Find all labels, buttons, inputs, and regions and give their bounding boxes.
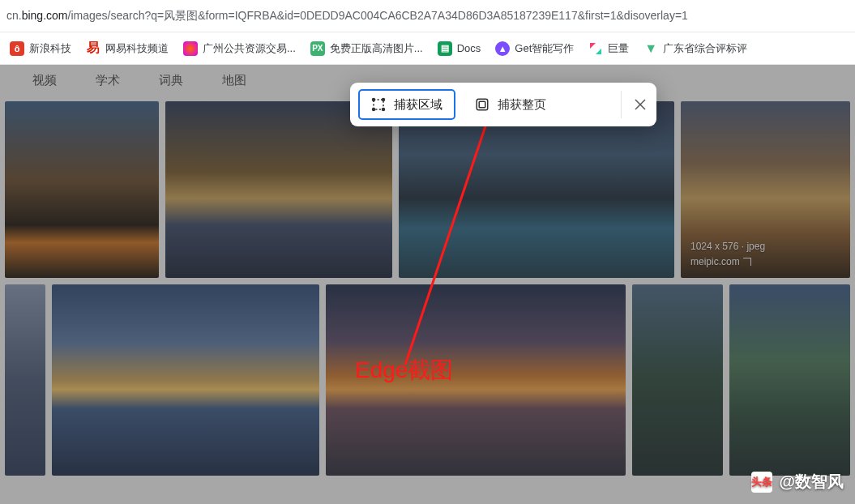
image-result[interactable] (399, 101, 674, 278)
image-gallery: 1024 x 576 · jpeg meipic.com (0, 101, 855, 476)
image-dimensions: 1024 x 576 · jpeg (690, 239, 765, 254)
svg-point-1 (373, 99, 375, 101)
capture-popup: 捕获区域 捕获整页 (350, 83, 656, 126)
netease-icon: 易 (86, 41, 100, 56)
bookmarks-bar: ô新浪科技 易网易科技频道 广州公共资源交易... PX免费正版高清图片... … (0, 32, 855, 65)
bookmark-px[interactable]: PX免费正版高清图片... (306, 38, 428, 59)
tab-dict[interactable]: 词典 (159, 73, 183, 88)
image-result[interactable] (165, 101, 392, 278)
bookmark-get[interactable]: ▲Get智能写作 (490, 38, 579, 59)
capture-full-label: 捕获整页 (498, 97, 546, 113)
external-link-icon (743, 258, 751, 266)
docs-icon: ▤ (438, 41, 452, 56)
capture-area-label: 捕获区域 (394, 97, 442, 113)
fullpage-icon (475, 97, 489, 112)
bookmark-gz[interactable]: 广州公共资源交易... (178, 38, 301, 59)
svg-point-4 (383, 109, 385, 111)
image-result[interactable] (5, 101, 159, 278)
crop-icon (371, 97, 386, 112)
tab-video[interactable]: 视频 (32, 73, 57, 88)
svg-rect-5 (477, 99, 488, 110)
image-metadata: 1024 x 576 · jpeg meipic.com (690, 239, 765, 270)
capture-full-button[interactable]: 捕获整页 (464, 89, 558, 120)
page-body: 视频 学术 词典 地图 1024 x 576 · jpeg meipic.com (0, 65, 855, 504)
bookmark-vue[interactable]: ▼广东省综合评标评 (639, 38, 752, 59)
image-source: meipic.com (690, 254, 765, 270)
sina-icon: ô (10, 41, 24, 56)
image-result[interactable] (729, 284, 850, 476)
vue-icon: ▼ (643, 41, 658, 56)
svg-point-2 (383, 99, 385, 101)
watermark: 头条 @数智风 (751, 471, 844, 493)
svg-point-3 (373, 109, 375, 111)
gallery-row-1: 1024 x 576 · jpeg meipic.com (5, 101, 850, 278)
tab-academic[interactable]: 学术 (96, 73, 120, 88)
image-result[interactable] (52, 284, 319, 476)
ju-icon (588, 41, 603, 56)
tab-map[interactable]: 地图 (222, 73, 246, 88)
gz-icon (183, 41, 198, 56)
image-result[interactable]: 1024 x 576 · jpeg meipic.com (681, 101, 850, 278)
close-button[interactable] (621, 91, 648, 118)
capture-area-button[interactable]: 捕获区域 (358, 89, 455, 120)
svg-rect-0 (374, 100, 383, 109)
address-bar[interactable]: cn.bing.com/images/search?q=风景图&form=IQF… (0, 0, 855, 32)
get-icon: ▲ (495, 41, 510, 56)
bookmark-netease[interactable]: 易网易科技频道 (81, 38, 173, 59)
bookmark-docs[interactable]: ▤Docs (433, 38, 486, 59)
bookmark-sina[interactable]: ô新浪科技 (5, 38, 76, 59)
watermark-handle: @数智风 (779, 471, 844, 493)
px-icon: PX (310, 41, 325, 56)
image-result[interactable] (632, 284, 723, 476)
close-icon (634, 98, 647, 111)
annotation-text: Edge截图 (355, 355, 453, 386)
svg-rect-6 (479, 101, 485, 108)
bookmark-ju[interactable]: 巨量 (584, 38, 634, 59)
image-result[interactable] (5, 284, 45, 476)
watermark-logo: 头条 (751, 472, 772, 493)
url-text: cn.bing.com/images/search?q=风景图&form=IQF… (6, 9, 688, 23)
content-area: 视频 学术 词典 地图 1024 x 576 · jpeg meipic.com (0, 65, 855, 504)
